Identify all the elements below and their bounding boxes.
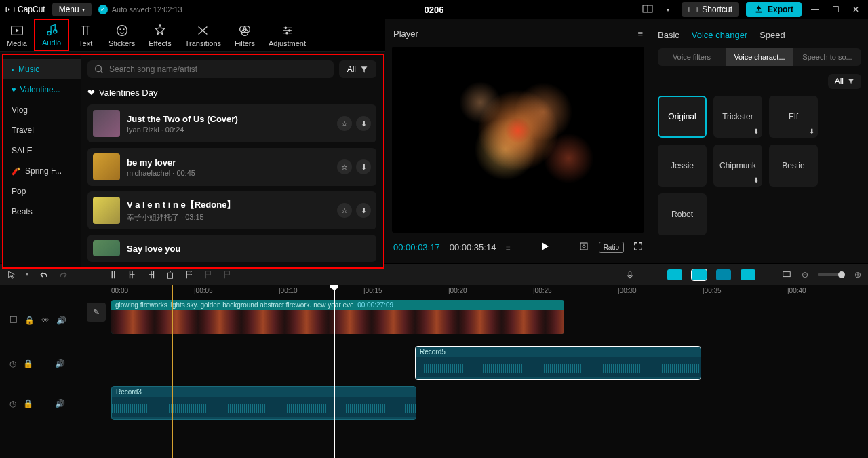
fireworks-image [392,47,644,233]
voice-chipmunk[interactable]: Chipmunk⬇ [713,145,762,187]
svg-point-14 [288,29,290,32]
search-input[interactable] [109,64,327,74]
voice-original[interactable]: Original [658,96,707,138]
mute-icon[interactable]: 🔊 [56,316,66,325]
flag-tool-3[interactable] [222,270,232,280]
tab-adjustment[interactable]: Adjustment [262,19,313,51]
voice-robot[interactable]: Robot [658,193,707,235]
ruler-tick: |00:30 [618,287,637,294]
track-item[interactable]: Say love you [87,235,376,262]
favorite-button[interactable]: ☆ [337,159,352,174]
favorite-button[interactable]: ☆ [337,116,352,131]
lock-icon[interactable]: 🔒 [24,316,35,325]
zoom-in-button[interactable]: ⊕ [854,270,861,280]
tab-text[interactable]: Text [69,19,102,51]
track-item[interactable]: V a l e n t i n e【Redone】幸子小姐拜托了 · 03:15… [87,191,376,229]
snap-toggle-4[interactable] [741,269,755,280]
delete-tool[interactable] [165,270,175,280]
close-icon[interactable]: ✕ [849,3,863,16]
playhead[interactable] [334,285,335,458]
clock-icon[interactable]: ◷ [9,399,16,408]
shortcut-button[interactable]: Shortcut [682,2,739,17]
sidebar-item-travel[interactable]: Travel [3,120,81,140]
cursor-dropdown[interactable]: ▾ [26,271,28,278]
sidebar-item-pop[interactable]: Pop [3,181,81,202]
snap-toggle-3[interactable] [716,269,731,280]
fullscreen-icon[interactable] [633,242,643,253]
search-box[interactable] [87,60,334,78]
tab-audio[interactable]: Audio [34,19,69,51]
voice-bestie[interactable]: Bestie [769,145,818,187]
voice-all-button[interactable]: All [828,74,861,89]
mute-icon[interactable]: 🔊 [55,399,65,408]
subtab-voice-filters[interactable]: Voice filters [658,48,726,66]
sidebar-item-beats[interactable]: Beats [3,202,81,222]
layout-icon[interactable] [641,3,654,16]
undo-button[interactable] [38,269,49,280]
subtab-speech-to-song[interactable]: Speech to so... [793,48,861,66]
favorite-button[interactable]: ☆ [337,203,352,218]
sidebar-item-vlog[interactable]: Vlog [3,100,81,120]
tab-basic[interactable]: Basic [658,30,679,40]
snap-toggle-2[interactable] [692,269,707,280]
sidebar-item-music[interactable]: ▸Music [3,59,81,79]
dropdown-icon[interactable]: ▾ [661,3,675,16]
flag-tool[interactable] [184,270,194,280]
preview-button[interactable] [781,270,792,280]
tab-effects[interactable]: Effects [142,19,178,51]
download-button[interactable]: ⬇ [356,116,371,131]
download-button[interactable]: ⬇ [356,159,371,174]
track-thumbnail [93,153,120,180]
eye-icon[interactable]: 👁 [41,316,50,325]
clock-icon[interactable]: ◷ [9,359,16,368]
zoom-out-button[interactable]: ⊖ [802,270,808,280]
voice-trickster[interactable]: Trickster⬇ [713,96,762,138]
audio-clip-record5[interactable]: Record5 [415,346,701,380]
time-ruler[interactable]: 00:00 |00:05 |00:10 |00:15 |00:20 |00:25… [79,285,868,299]
menu-button[interactable]: Menu ▾ [52,3,92,16]
redo-button[interactable] [58,269,69,280]
maximize-icon[interactable]: ☐ [829,3,842,16]
flag-tool-2[interactable] [203,270,213,280]
lock-icon[interactable]: 🔒 [23,359,33,368]
mute-icon[interactable]: 🔊 [55,359,65,368]
split-tool[interactable] [108,270,118,280]
all-filter-button[interactable]: All [339,60,376,78]
video-preview[interactable] [392,47,644,233]
tab-media[interactable]: Media [0,19,34,51]
tab-stickers[interactable]: Stickers [102,19,142,51]
tab-voice-changer[interactable]: Voice changer [692,30,747,40]
cursor-tool[interactable] [7,270,16,280]
timeline[interactable]: 00:00 |00:05 |00:10 |00:15 |00:20 |00:25… [0,285,868,458]
split-left-tool[interactable] [127,270,137,280]
subtab-voice-characters[interactable]: Voice charact... [726,48,793,66]
sidebar-item-sale[interactable]: SALE [3,140,81,161]
download-button[interactable]: ⬇ [356,203,371,218]
split-right-tool[interactable] [146,270,156,280]
titlebar: CapCut Menu ▾ ✓ Auto saved: 12:02:13 020… [0,0,868,19]
voice-jessie[interactable]: Jessie [658,145,707,187]
scan-icon[interactable] [578,241,589,254]
play-button[interactable] [539,241,550,254]
minimize-icon[interactable]: — [808,3,822,16]
track-item[interactable]: be my lovermichaelachel · 00:45 ☆⬇ [87,148,376,186]
track-meta: Iyan Rizki · 00:24 [127,126,330,134]
list-icon[interactable]: ≡ [505,243,510,252]
audio-clip-record3[interactable]: Record3 [111,386,416,420]
tab-speed[interactable]: Speed [760,30,785,40]
player-menu-icon[interactable]: ≡ [637,28,643,39]
track-item[interactable]: Just the Two of Us (Cover)Iyan Rizki · 0… [87,104,376,142]
tab-filters[interactable]: Filters [228,19,262,51]
cover-icon[interactable] [9,316,18,326]
export-button[interactable]: Export [746,2,802,17]
lock-icon[interactable]: 🔒 [23,399,33,408]
snap-toggle-1[interactable] [667,269,682,280]
sidebar-item-valentine[interactable]: ♥Valentine... [3,79,81,100]
voice-elf[interactable]: Elf⬇ [769,96,818,138]
sidebar-item-spring[interactable]: 🧨Spring F... [3,161,81,181]
zoom-slider[interactable] [818,273,845,276]
mic-button[interactable] [625,270,635,280]
video-clip[interactable]: glowing fireworks lights sky. golden bac… [111,300,564,334]
ratio-button[interactable]: Ratio [599,242,624,253]
tab-transitions[interactable]: Transitions [178,19,228,51]
